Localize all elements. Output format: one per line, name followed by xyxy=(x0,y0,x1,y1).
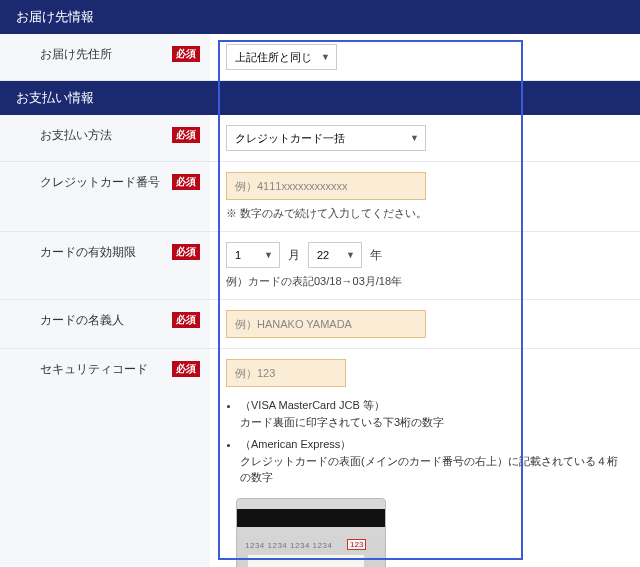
required-badge: 必須 xyxy=(172,312,200,328)
label-delivery-address: お届け先住所 xyxy=(40,46,112,63)
expiry-month-select[interactable]: 1 xyxy=(227,243,279,267)
row-cvv: セキュリティコード 必須 （VISA MasterCard JCB 等） カード… xyxy=(0,349,640,567)
label-cc-number: クレジットカード番号 xyxy=(40,174,160,191)
signature-strip xyxy=(247,554,365,568)
row-holder: カードの名義人 必須 xyxy=(0,300,640,349)
holder-input[interactable] xyxy=(226,310,426,338)
required-badge: 必須 xyxy=(172,127,200,143)
row-payment-method: お支払い方法 必須 クレジットカード一括 ▼ xyxy=(0,115,640,162)
payment-method-select-wrap[interactable]: クレジットカード一括 ▼ xyxy=(226,125,426,151)
required-badge: 必須 xyxy=(172,174,200,190)
cvv-notes: （VISA MasterCard JCB 等） カード裏面に印字されている下3桁… xyxy=(240,397,624,486)
delivery-address-select-wrap[interactable]: 上記住所と同じ ▼ xyxy=(226,44,337,70)
cc-number-input[interactable] xyxy=(226,172,426,200)
expiry-year-suffix: 年 xyxy=(370,247,382,264)
cvv-note2-head: （American Express） xyxy=(240,438,351,450)
expiry-month-select-wrap[interactable]: 1 ▼ xyxy=(226,242,280,268)
label-expiry: カードの有効期限 xyxy=(40,244,136,261)
required-badge: 必須 xyxy=(172,46,200,62)
card-cvv-highlight: 123 xyxy=(347,539,366,550)
card-back-illustration: 1234 1234 1234 1234 123 xyxy=(236,498,386,568)
label-payment-method: お支払い方法 xyxy=(40,127,112,144)
magnetic-stripe xyxy=(237,509,385,527)
expiry-year-select-wrap[interactable]: 22 ▼ xyxy=(308,242,362,268)
label-holder: カードの名義人 xyxy=(40,312,124,329)
cvv-note1-body: カード裏面に印字されている下3桁の数字 xyxy=(240,416,444,428)
cc-number-hint: ※ 数字のみで続けて入力してください。 xyxy=(226,206,624,221)
payment-method-select[interactable]: クレジットカード一括 xyxy=(227,126,427,150)
row-expiry: カードの有効期限 必須 1 ▼ 月 22 ▼ 年 xyxy=(0,232,640,300)
card-digits: 1234 1234 1234 1234 xyxy=(245,541,332,550)
cvv-note1-head: （VISA MasterCard JCB 等） xyxy=(240,399,385,411)
expiry-year-select[interactable]: 22 xyxy=(309,243,361,267)
cvv-input[interactable] xyxy=(226,359,346,387)
label-cvv: セキュリティコード xyxy=(40,361,148,378)
section-header-delivery: お届け先情報 xyxy=(0,0,640,34)
expiry-hint: 例）カードの表記03/18→03月/18年 xyxy=(226,274,624,289)
cvv-note2-body: クレジットカードの表面(メインのカード番号の右上）に記載されている４桁の数字 xyxy=(240,455,618,484)
expiry-month-suffix: 月 xyxy=(288,247,300,264)
row-cc-number: クレジットカード番号 必須 ※ 数字のみで続けて入力してください。 xyxy=(0,162,640,232)
row-delivery-address: お届け先住所 必須 上記住所と同じ ▼ xyxy=(0,34,640,81)
required-badge: 必須 xyxy=(172,361,200,377)
section-header-payment: お支払い情報 xyxy=(0,81,640,115)
delivery-address-select[interactable]: 上記住所と同じ xyxy=(227,45,336,69)
required-badge: 必須 xyxy=(172,244,200,260)
